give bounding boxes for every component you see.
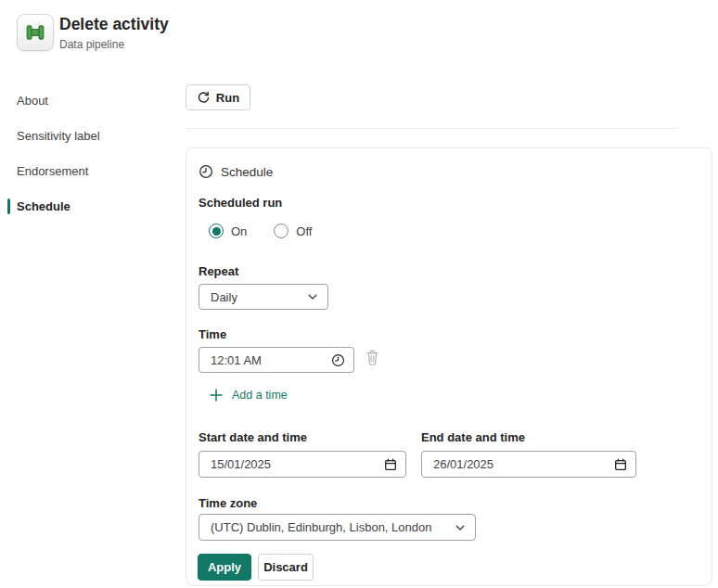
repeat-dropdown-value: Daily bbox=[211, 290, 301, 304]
pipeline-settings-page: Delete activity Data pipeline About Sens… bbox=[0, 0, 718, 588]
clock-icon bbox=[199, 164, 213, 179]
chevron-down-icon bbox=[454, 521, 467, 534]
time-picker-icon[interactable] bbox=[331, 353, 345, 367]
scheduled-run-label: Scheduled run bbox=[199, 196, 282, 210]
page-title: Delete activity bbox=[59, 15, 169, 34]
toolbar-divider bbox=[186, 128, 679, 129]
end-date-label: End date and time bbox=[421, 430, 525, 444]
calendar-icon[interactable] bbox=[384, 458, 397, 471]
start-date-field[interactable] bbox=[199, 451, 406, 478]
delete-time-icon[interactable] bbox=[365, 349, 380, 370]
schedule-card-header: Schedule bbox=[199, 164, 273, 179]
plus-icon bbox=[210, 389, 223, 402]
time-input[interactable] bbox=[211, 353, 326, 367]
radio-on[interactable]: On bbox=[209, 224, 247, 238]
time-zone-value: (UTC) Dublin, Edinburgh, Lisbon, London bbox=[211, 520, 448, 534]
time-field[interactable] bbox=[199, 347, 354, 373]
apply-button[interactable]: Apply bbox=[198, 554, 251, 581]
data-pipeline-icon bbox=[17, 14, 54, 51]
pipeline-glyph bbox=[24, 21, 46, 44]
sidebar-item-sensitivity-label[interactable]: Sensitivity label bbox=[0, 127, 176, 146]
schedule-card-title: Schedule bbox=[221, 165, 273, 179]
repeat-label: Repeat bbox=[199, 264, 238, 278]
settings-sidebar: About Sensitivity label Endorsement Sche… bbox=[0, 92, 176, 216]
time-zone-dropdown[interactable]: (UTC) Dublin, Edinburgh, Lisbon, London bbox=[199, 514, 476, 541]
add-a-time-label: Add a time bbox=[232, 389, 288, 402]
calendar-icon[interactable] bbox=[614, 458, 627, 471]
discard-button[interactable]: Discard bbox=[258, 554, 314, 581]
radio-off[interactable]: Off bbox=[274, 224, 312, 238]
end-date-input[interactable] bbox=[433, 457, 609, 471]
schedule-card: Schedule Scheduled run On Off Repeat Dai… bbox=[186, 147, 712, 586]
sidebar-item-about[interactable]: About bbox=[0, 92, 176, 110]
add-a-time-link[interactable]: Add a time bbox=[210, 389, 288, 402]
sidebar-item-endorsement[interactable]: Endorsement bbox=[0, 162, 176, 181]
start-date-input[interactable] bbox=[211, 457, 378, 471]
time-label: Time bbox=[199, 327, 226, 341]
repeat-dropdown[interactable]: Daily bbox=[199, 284, 328, 310]
radio-off-label: Off bbox=[296, 224, 312, 238]
radio-off-circle[interactable] bbox=[274, 224, 288, 238]
page-subtitle: Data pipeline bbox=[59, 38, 124, 51]
time-zone-label: Time zone bbox=[199, 496, 257, 510]
end-date-field[interactable] bbox=[421, 451, 636, 478]
run-button-label: Run bbox=[216, 91, 239, 105]
radio-on-label: On bbox=[231, 224, 247, 238]
radio-on-circle[interactable] bbox=[209, 224, 224, 238]
start-date-label: Start date and time bbox=[199, 430, 307, 444]
chevron-down-icon bbox=[306, 290, 319, 303]
run-button[interactable]: Run bbox=[186, 84, 250, 110]
refresh-icon bbox=[197, 91, 211, 105]
scheduled-run-radio-group: On Off bbox=[209, 224, 312, 238]
sidebar-item-schedule[interactable]: Schedule bbox=[0, 198, 176, 216]
